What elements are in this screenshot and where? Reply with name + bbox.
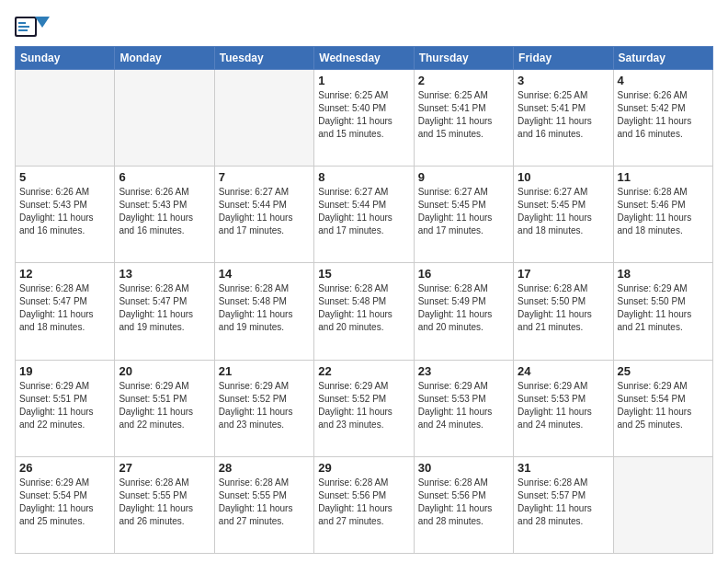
day-info: Sunrise: 6:27 AM Sunset: 5:44 PM Dayligh… (219, 186, 310, 237)
svg-rect-5 (18, 29, 28, 31)
day-info: Sunrise: 6:28 AM Sunset: 5:47 PM Dayligh… (119, 282, 210, 334)
calendar-cell: 30Sunrise: 6:28 AM Sunset: 5:56 PM Dayli… (414, 456, 513, 553)
calendar-cell: 10Sunrise: 6:27 AM Sunset: 5:45 PM Dayli… (514, 167, 613, 263)
calendar-cell: 23Sunrise: 6:29 AM Sunset: 5:53 PM Dayli… (414, 360, 513, 456)
week-row-4: 19Sunrise: 6:29 AM Sunset: 5:51 PM Dayli… (16, 360, 713, 456)
day-number: 7 (219, 170, 310, 184)
day-info: Sunrise: 6:29 AM Sunset: 5:51 PM Dayligh… (119, 380, 210, 431)
day-info: Sunrise: 6:28 AM Sunset: 5:56 PM Dayligh… (418, 477, 509, 528)
calendar-cell: 1Sunrise: 6:25 AM Sunset: 5:40 PM Daylig… (314, 70, 414, 167)
day-info: Sunrise: 6:25 AM Sunset: 5:41 PM Dayligh… (418, 89, 509, 141)
day-number: 8 (318, 170, 409, 184)
day-number: 25 (618, 364, 709, 378)
day-number: 14 (219, 267, 310, 281)
day-info: Sunrise: 6:27 AM Sunset: 5:44 PM Dayligh… (318, 186, 409, 237)
calendar-cell: 9Sunrise: 6:27 AM Sunset: 5:45 PM Daylig… (414, 167, 513, 263)
calendar-cell: 17Sunrise: 6:28 AM Sunset: 5:50 PM Dayli… (514, 263, 613, 360)
calendar-cell: 3Sunrise: 6:25 AM Sunset: 5:41 PM Daylig… (514, 70, 613, 167)
day-info: Sunrise: 6:28 AM Sunset: 5:48 PM Dayligh… (318, 282, 409, 334)
day-info: Sunrise: 6:25 AM Sunset: 5:40 PM Dayligh… (318, 89, 409, 141)
day-number: 18 (618, 267, 709, 281)
day-number: 6 (119, 170, 210, 184)
page: SundayMondayTuesdayWednesdayThursdayFrid… (0, 0, 728, 563)
day-info: Sunrise: 6:28 AM Sunset: 5:47 PM Dayligh… (19, 282, 110, 334)
week-row-1: 1Sunrise: 6:25 AM Sunset: 5:40 PM Daylig… (16, 70, 713, 167)
day-number: 15 (318, 267, 409, 281)
calendar-header-monday: Monday (115, 47, 214, 70)
calendar-cell (613, 456, 712, 553)
calendar-cell: 15Sunrise: 6:28 AM Sunset: 5:48 PM Dayli… (314, 263, 414, 360)
day-info: Sunrise: 6:29 AM Sunset: 5:53 PM Dayligh… (518, 380, 609, 431)
day-number: 27 (119, 461, 210, 475)
calendar-cell: 21Sunrise: 6:29 AM Sunset: 5:52 PM Dayli… (214, 360, 313, 456)
day-number: 2 (418, 74, 509, 87)
day-info: Sunrise: 6:28 AM Sunset: 5:55 PM Dayligh… (119, 477, 210, 528)
svg-marker-2 (35, 17, 50, 28)
day-info: Sunrise: 6:28 AM Sunset: 5:57 PM Dayligh… (518, 477, 609, 528)
day-info: Sunrise: 6:29 AM Sunset: 5:50 PM Dayligh… (618, 282, 709, 334)
day-info: Sunrise: 6:28 AM Sunset: 5:48 PM Dayligh… (219, 282, 310, 334)
calendar-cell: 14Sunrise: 6:28 AM Sunset: 5:48 PM Dayli… (214, 263, 313, 360)
day-info: Sunrise: 6:28 AM Sunset: 5:50 PM Dayligh… (518, 282, 609, 334)
day-info: Sunrise: 6:25 AM Sunset: 5:41 PM Dayligh… (518, 89, 609, 141)
calendar-cell: 18Sunrise: 6:29 AM Sunset: 5:50 PM Dayli… (613, 263, 712, 360)
calendar-header-friday: Friday (514, 47, 613, 70)
calendar-cell: 12Sunrise: 6:28 AM Sunset: 5:47 PM Dayli… (16, 263, 115, 360)
day-number: 31 (518, 461, 609, 475)
day-number: 11 (618, 170, 709, 184)
day-number: 28 (219, 461, 310, 475)
calendar-cell: 29Sunrise: 6:28 AM Sunset: 5:56 PM Dayli… (314, 456, 414, 553)
calendar-cell (115, 70, 214, 167)
day-number: 26 (19, 461, 110, 475)
svg-rect-4 (18, 26, 29, 28)
calendar-cell: 4Sunrise: 6:26 AM Sunset: 5:42 PM Daylig… (613, 70, 712, 167)
day-info: Sunrise: 6:27 AM Sunset: 5:45 PM Dayligh… (418, 186, 509, 237)
day-number: 12 (19, 267, 110, 281)
calendar-cell (16, 70, 115, 167)
day-info: Sunrise: 6:29 AM Sunset: 5:52 PM Dayligh… (219, 380, 310, 431)
calendar-cell: 8Sunrise: 6:27 AM Sunset: 5:44 PM Daylig… (314, 167, 414, 263)
day-info: Sunrise: 6:26 AM Sunset: 5:43 PM Dayligh… (119, 186, 210, 237)
calendar-cell (214, 70, 313, 167)
calendar-cell: 5Sunrise: 6:26 AM Sunset: 5:43 PM Daylig… (16, 167, 115, 263)
calendar-cell: 22Sunrise: 6:29 AM Sunset: 5:52 PM Dayli… (314, 360, 414, 456)
day-info: Sunrise: 6:29 AM Sunset: 5:53 PM Dayligh… (418, 380, 509, 431)
day-number: 10 (518, 170, 609, 184)
logo-icon (15, 13, 50, 40)
calendar-cell: 11Sunrise: 6:28 AM Sunset: 5:46 PM Dayli… (613, 167, 712, 263)
day-number: 30 (418, 461, 509, 475)
calendar-cell: 16Sunrise: 6:28 AM Sunset: 5:49 PM Dayli… (414, 263, 513, 360)
calendar-cell: 27Sunrise: 6:28 AM Sunset: 5:55 PM Dayli… (115, 456, 214, 553)
day-info: Sunrise: 6:28 AM Sunset: 5:46 PM Dayligh… (618, 186, 709, 237)
day-info: Sunrise: 6:27 AM Sunset: 5:45 PM Dayligh… (518, 186, 609, 237)
day-info: Sunrise: 6:29 AM Sunset: 5:54 PM Dayligh… (19, 477, 110, 528)
day-info: Sunrise: 6:28 AM Sunset: 5:55 PM Dayligh… (219, 477, 310, 528)
day-number: 1 (318, 74, 409, 87)
svg-rect-3 (18, 22, 26, 24)
day-info: Sunrise: 6:29 AM Sunset: 5:52 PM Dayligh… (318, 380, 409, 431)
calendar-cell: 20Sunrise: 6:29 AM Sunset: 5:51 PM Dayli… (115, 360, 214, 456)
calendar-cell: 2Sunrise: 6:25 AM Sunset: 5:41 PM Daylig… (414, 70, 513, 167)
calendar-cell: 19Sunrise: 6:29 AM Sunset: 5:51 PM Dayli… (16, 360, 115, 456)
calendar-cell: 28Sunrise: 6:28 AM Sunset: 5:55 PM Dayli… (214, 456, 313, 553)
calendar-header-saturday: Saturday (613, 47, 712, 70)
calendar-cell: 25Sunrise: 6:29 AM Sunset: 5:54 PM Dayli… (613, 360, 712, 456)
day-number: 24 (518, 364, 609, 378)
day-number: 29 (318, 461, 409, 475)
logo (15, 13, 53, 40)
calendar-cell: 24Sunrise: 6:29 AM Sunset: 5:53 PM Dayli… (514, 360, 613, 456)
calendar-header-thursday: Thursday (414, 47, 513, 70)
week-row-5: 26Sunrise: 6:29 AM Sunset: 5:54 PM Dayli… (16, 456, 713, 553)
calendar-header-tuesday: Tuesday (214, 47, 313, 70)
calendar-cell: 13Sunrise: 6:28 AM Sunset: 5:47 PM Dayli… (115, 263, 214, 360)
day-number: 20 (119, 364, 210, 378)
day-number: 23 (418, 364, 509, 378)
day-info: Sunrise: 6:26 AM Sunset: 5:42 PM Dayligh… (618, 89, 709, 141)
day-number: 21 (219, 364, 310, 378)
week-row-2: 5Sunrise: 6:26 AM Sunset: 5:43 PM Daylig… (16, 167, 713, 263)
day-number: 5 (19, 170, 110, 184)
calendar-table: SundayMondayTuesdayWednesdayThursdayFrid… (15, 46, 713, 554)
week-row-3: 12Sunrise: 6:28 AM Sunset: 5:47 PM Dayli… (16, 263, 713, 360)
calendar-cell: 6Sunrise: 6:26 AM Sunset: 5:43 PM Daylig… (115, 167, 214, 263)
calendar-cell: 7Sunrise: 6:27 AM Sunset: 5:44 PM Daylig… (214, 167, 313, 263)
